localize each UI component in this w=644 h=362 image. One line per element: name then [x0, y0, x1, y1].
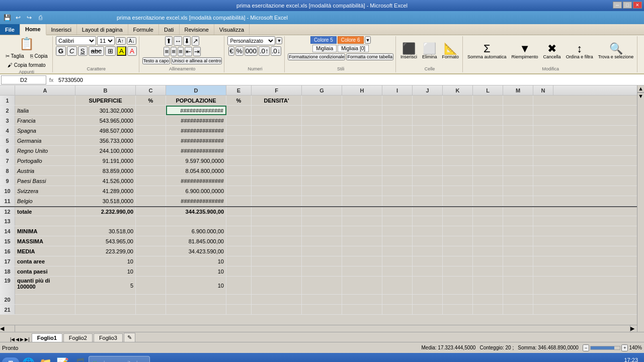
- cell-a15[interactable]: MASSIMA: [15, 236, 75, 246]
- cell-c13[interactable]: [136, 216, 166, 226]
- col-header-h[interactable]: H: [342, 85, 382, 95]
- tab-dati[interactable]: Dati: [159, 24, 180, 35]
- font-shrink-btn[interactable]: A↓: [127, 37, 137, 45]
- cell-m13[interactable]: [503, 216, 533, 226]
- cell-e3[interactable]: [226, 116, 252, 125]
- cell-d5[interactable]: ##############: [166, 136, 226, 145]
- cell-h5[interactable]: [342, 136, 382, 145]
- cell-k14[interactable]: [443, 226, 473, 236]
- cell-l12[interactable]: [473, 207, 503, 216]
- cell-k10[interactable]: [443, 186, 473, 196]
- cell-f15[interactable]: [252, 236, 302, 246]
- cell-j15[interactable]: [413, 236, 443, 246]
- cell-e10[interactable]: [226, 186, 252, 196]
- cell-c3[interactable]: [136, 116, 166, 125]
- cell-c6[interactable]: [136, 146, 166, 155]
- formula-input[interactable]: [56, 76, 643, 83]
- scrollbar-left-btn[interactable]: ◀: [0, 325, 15, 332]
- cell-i11[interactable]: [382, 196, 413, 206]
- formato-celle-btn[interactable]: 📐 Formato: [441, 42, 461, 61]
- cell-k3[interactable]: [443, 116, 473, 125]
- cell-e18[interactable]: [226, 266, 252, 276]
- indent-inc-btn[interactable]: ⇥: [193, 47, 201, 56]
- cell-j9[interactable]: [413, 176, 443, 186]
- cell-a17[interactable]: conta aree: [15, 256, 75, 266]
- cell-j2[interactable]: [413, 106, 443, 115]
- cell-l11[interactable]: [473, 196, 503, 206]
- cell-k20[interactable]: [443, 295, 473, 304]
- cell-c17[interactable]: [136, 256, 166, 266]
- col-header-a[interactable]: A: [15, 85, 75, 95]
- cell-i6[interactable]: [382, 146, 413, 155]
- tab-revisione[interactable]: Revisione: [180, 24, 214, 35]
- cell-c1[interactable]: %: [136, 96, 166, 105]
- taskbar-excel-btn[interactable]: X prima esercitazio...: [89, 356, 150, 362]
- cell-j19[interactable]: [413, 277, 443, 295]
- cell-e17[interactable]: [226, 256, 252, 266]
- cell-h2[interactable]: [342, 106, 382, 115]
- cell-f17[interactable]: [252, 256, 302, 266]
- cell-f19[interactable]: [252, 277, 302, 295]
- cell-d9[interactable]: ##############: [166, 176, 226, 186]
- cell-f10[interactable]: [252, 186, 302, 196]
- cell-b8[interactable]: 83.859,0000: [75, 166, 136, 175]
- cell-k17[interactable]: [443, 256, 473, 266]
- cell-b19[interactable]: 5: [75, 277, 136, 295]
- col-header-f[interactable]: F: [252, 85, 302, 95]
- cell-f13[interactable]: [252, 216, 302, 226]
- cell-f11[interactable]: [252, 196, 302, 206]
- cell-a21[interactable]: [15, 305, 75, 314]
- align-right-btn[interactable]: ≡: [178, 47, 184, 56]
- cell-g15[interactable]: [302, 236, 342, 246]
- trova-btn[interactable]: 🔍 Trova e selezione: [597, 42, 635, 61]
- underline-btn[interactable]: S: [78, 46, 88, 56]
- cell-l20[interactable]: [473, 295, 503, 304]
- vertical-scrollbar[interactable]: ▲ ▼: [637, 85, 644, 332]
- cell-e2[interactable]: [226, 106, 252, 115]
- cell-f20[interactable]: [252, 295, 302, 304]
- cell-i14[interactable]: [382, 226, 413, 236]
- sheet-nav-first[interactable]: |◀: [10, 337, 15, 342]
- redo-quick-btn[interactable]: ↪: [24, 13, 34, 23]
- cell-g1[interactable]: [302, 96, 342, 105]
- align-center-btn[interactable]: ≡: [171, 47, 177, 56]
- align-left-btn[interactable]: ≡: [164, 47, 170, 56]
- cell-a10[interactable]: Svizzera: [15, 186, 75, 196]
- cell-g6[interactable]: [302, 146, 342, 155]
- cell-d14[interactable]: 6.900.000,00: [166, 226, 226, 236]
- cell-e1[interactable]: %: [226, 96, 252, 105]
- cell-k16[interactable]: [443, 246, 473, 256]
- cell-k21[interactable]: [443, 305, 473, 314]
- cell-m5[interactable]: [503, 136, 533, 145]
- cell-g5[interactable]: [302, 136, 342, 145]
- cell-l6[interactable]: [473, 146, 503, 155]
- thousands-btn[interactable]: 000: [245, 46, 258, 56]
- cell-m12[interactable]: [503, 207, 533, 216]
- cell-d17[interactable]: 10: [166, 256, 226, 266]
- cell-b3[interactable]: 543.965,0000: [75, 116, 136, 125]
- cell-j17[interactable]: [413, 256, 443, 266]
- sheet-nav-prev[interactable]: ◀: [16, 337, 19, 342]
- cell-h20[interactable]: [342, 295, 382, 304]
- cell-d11[interactable]: ##############: [166, 196, 226, 206]
- cell-d3[interactable]: ##############: [166, 116, 226, 125]
- cell-m20[interactable]: [503, 295, 533, 304]
- cell-m2[interactable]: [503, 106, 533, 115]
- unisci-btn[interactable]: Unisci e allinea al centro: [171, 57, 222, 64]
- currency-btn[interactable]: €: [228, 46, 234, 56]
- cell-f21[interactable]: [252, 305, 302, 314]
- dec-dec-btn[interactable]: .0↓: [271, 46, 282, 56]
- border-btn[interactable]: ⊞: [105, 46, 116, 56]
- cell-d20[interactable]: [166, 295, 226, 304]
- cell-f6[interactable]: [252, 146, 302, 155]
- inserisci-celle-btn[interactable]: ⬛ Inserisci: [399, 42, 419, 61]
- cell-e12[interactable]: [226, 207, 252, 216]
- cell-f14[interactable]: [252, 226, 302, 236]
- font-grow-btn[interactable]: A↑: [116, 37, 126, 45]
- cell-j8[interactable]: [413, 166, 443, 175]
- zoom-slider[interactable]: [590, 346, 620, 350]
- testo-a-capo-btn[interactable]: Testo a capo: [142, 57, 170, 64]
- cell-c21[interactable]: [136, 305, 166, 314]
- cell-d7[interactable]: 9.597.900,0000: [166, 156, 226, 165]
- percent-btn[interactable]: %: [235, 46, 244, 56]
